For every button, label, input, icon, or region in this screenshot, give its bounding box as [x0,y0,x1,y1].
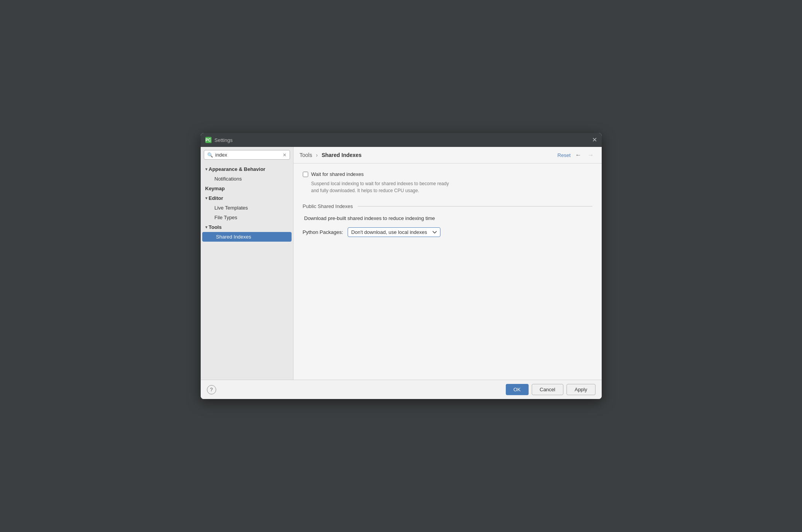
sidebar-item-tools[interactable]: ▾ Tools [201,222,293,232]
breadcrumb-separator: › [316,152,318,158]
wait-for-indexes-section: Wait for shared indexes Suspend local in… [303,171,592,194]
hint-text: Suspend local indexing to wait for share… [311,180,592,194]
main-content-area: 🔍 ✕ ▾ Appearance & Behavior Notification… [201,147,602,380]
dialog-footer: ? OK Cancel Apply [201,380,602,399]
breadcrumb: Tools › Shared Indexes [300,152,558,158]
sidebar-item-label: Shared Indexes [216,234,251,240]
python-packages-dropdown[interactable]: Don't download, use local indexes Downlo… [348,227,440,237]
sidebar: 🔍 ✕ ▾ Appearance & Behavior Notification… [201,147,293,380]
sidebar-item-editor[interactable]: ▾ Editor [201,193,293,203]
section-divider: Public Shared Indexes [303,203,592,209]
breadcrumb-parent: Tools [300,152,312,158]
chevron-down-icon: ▾ [205,167,207,171]
sidebar-item-label: Keymap [205,186,225,191]
sidebar-item-appearance-behavior[interactable]: ▾ Appearance & Behavior [201,164,293,174]
search-box: 🔍 ✕ [204,150,290,160]
hint-line-1: Suspend local indexing to wait for share… [311,181,449,186]
python-packages-row: Python Packages: Don't download, use loc… [303,227,592,237]
header-actions: Reset ← → [558,151,596,159]
ok-button[interactable]: OK [506,384,529,395]
main-panel: Tools › Shared Indexes Reset ← → Wait fo… [293,147,602,380]
chevron-down-icon: ▾ [205,196,207,200]
forward-button[interactable]: → [586,151,596,159]
section-divider-line [358,206,592,206]
sidebar-item-live-templates[interactable]: Live Templates [201,203,293,213]
hint-line-2: and fully downloaded. It helps to reduce… [311,188,420,193]
search-clear-button[interactable]: ✕ [283,152,287,158]
footer-right: OK Cancel Apply [506,384,596,395]
checkbox-row: Wait for shared indexes [303,171,592,177]
settings-window: PC Settings ✕ 🔍 ✕ ▾ Appearance & Behavio… [201,133,602,399]
apply-button[interactable]: Apply [567,384,596,395]
sidebar-item-label: Tools [209,224,222,230]
cancel-button[interactable]: Cancel [532,384,563,395]
sidebar-item-keymap[interactable]: Keymap [201,184,293,193]
footer-left: ? [207,385,216,394]
panel-header: Tools › Shared Indexes Reset ← → [293,147,602,164]
python-packages-label: Python Packages: [303,229,343,235]
sidebar-item-label: Editor [209,195,224,201]
sub-description: Download pre-built shared indexes to red… [304,215,592,221]
titlebar: PC Settings ✕ [201,133,602,147]
app-icon: PC [205,137,212,143]
wait-for-indexes-checkbox[interactable] [303,172,308,177]
checkbox-label: Wait for shared indexes [311,171,364,177]
sidebar-item-label: Live Templates [215,205,248,211]
sidebar-item-notifications[interactable]: Notifications [201,174,293,184]
sidebar-item-label: File Types [215,215,237,220]
nav-tree: ▾ Appearance & Behavior Notifications Ke… [201,163,293,380]
chevron-down-icon: ▾ [205,225,207,229]
sidebar-item-label: Notifications [215,176,242,182]
close-button[interactable]: ✕ [592,137,597,143]
reset-button[interactable]: Reset [558,152,571,158]
window-title: Settings [215,137,592,143]
section-divider-label: Public Shared Indexes [303,203,353,209]
sidebar-item-file-types[interactable]: File Types [201,213,293,222]
back-button[interactable]: ← [574,151,583,159]
help-button[interactable]: ? [207,385,216,394]
settings-content: Wait for shared indexes Suspend local in… [293,164,602,380]
search-icon: 🔍 [207,152,213,158]
breadcrumb-current: Shared Indexes [322,152,362,158]
sidebar-item-label: Appearance & Behavior [209,166,266,172]
search-input[interactable] [215,152,283,158]
sidebar-item-shared-indexes[interactable]: Shared Indexes [202,232,292,242]
